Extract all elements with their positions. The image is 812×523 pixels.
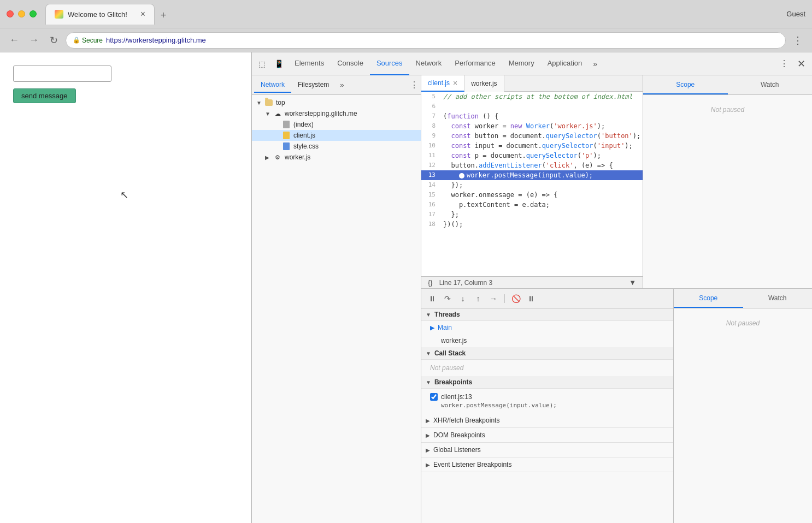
tab-scope[interactable]: Scope: [643, 75, 728, 94]
reload-button[interactable]: ↻: [46, 33, 61, 48]
code-tab-client-close[interactable]: ×: [453, 79, 457, 87]
code-line-7: 7 (function () {: [421, 111, 643, 121]
code-line-14: 14 });: [421, 180, 643, 190]
code-line-15: 15 worker.onmessage = (e) => {: [421, 190, 643, 200]
address-input[interactable]: 🔒 Secure https://workerstepping.glitch.m…: [66, 32, 786, 49]
file-tab-network[interactable]: Network: [254, 78, 291, 93]
forward-button[interactable]: →: [26, 33, 42, 48]
global-listeners-header[interactable]: ▶ Global Listeners: [421, 443, 673, 457]
arrow-worker: ▶: [265, 154, 273, 161]
browser-menu-button[interactable]: ⋮: [790, 33, 805, 48]
code-line-8: 8 const worker = new Worker('worker.js')…: [421, 121, 643, 131]
file-panel-menu-button[interactable]: ⋮: [410, 80, 419, 90]
breakpoint-1-label[interactable]: client.js:13: [430, 393, 664, 401]
devtools-close-button[interactable]: ✕: [793, 58, 810, 70]
thread-main-label: Main: [438, 324, 452, 331]
code-tab-client-label: client.js: [428, 79, 450, 87]
step-into-button[interactable]: ↓: [456, 292, 469, 305]
more-tabs-button[interactable]: »: [589, 57, 602, 70]
async-pause-button[interactable]: ⏸: [525, 292, 538, 305]
code-line-17: 17 };: [421, 210, 643, 219]
step-out-button[interactable]: ↑: [472, 292, 485, 305]
thread-main[interactable]: ▶ Main: [421, 321, 673, 334]
breakpoint-1: client.js:13 worker.postMessage(input.va…: [421, 389, 673, 413]
tree-item-style[interactable]: style.css: [252, 141, 421, 152]
code-statusbar: {} Line 17, Column 3 ▼: [421, 276, 643, 288]
send-message-button[interactable]: send message: [13, 88, 76, 103]
pretty-print-button[interactable]: {}: [426, 278, 435, 287]
device-toolbar-button[interactable]: 📱: [270, 57, 288, 70]
tab-sources[interactable]: Sources: [370, 52, 409, 75]
tab-performance[interactable]: Performance: [448, 52, 502, 75]
main-content: send message ↖ ⬚ 📱 Elements Console Sour…: [0, 52, 812, 523]
tab-memory[interactable]: Memory: [502, 52, 541, 75]
code-line-6: 6: [421, 102, 643, 111]
breakpoints-content: client.js:13 worker.postMessage(input.va…: [421, 389, 673, 413]
code-tab-worker[interactable]: worker.js: [464, 75, 504, 92]
call-stack-section-header[interactable]: ▼ Call Stack: [421, 347, 673, 360]
breakpoint-1-file: client.js:13: [441, 393, 472, 401]
code-line-5: 5 // add other scripts at the bottom of …: [421, 92, 643, 102]
scope-watch-tabs: Scope Watch: [643, 75, 812, 95]
tree-item-client[interactable]: client.js: [252, 130, 421, 141]
call-stack-content: Not paused: [421, 360, 673, 376]
resume-button[interactable]: →: [487, 292, 500, 305]
active-tab[interactable]: Welcome to Glitch! ×: [45, 4, 155, 25]
tree-item-worker[interactable]: ▶ ⚙ worker.js: [252, 152, 421, 163]
step-over-button[interactable]: ↷: [441, 292, 454, 305]
tree-item-domain[interactable]: ▼ ☁ workerstepping.glitch.me: [252, 108, 421, 119]
code-line-9: 9 const button = document.querySelector(…: [421, 131, 643, 141]
cursor-indicator: ↖: [120, 189, 128, 201]
dom-arrow: ▶: [426, 432, 430, 438]
inspector-button[interactable]: ⬚: [254, 57, 270, 70]
debugger-toolbar: ⏸ ↷ ↓ ↑ → 🚫 ⏸: [421, 289, 673, 308]
devtools-menu-button[interactable]: ⋮: [775, 58, 793, 69]
pause-button[interactable]: ⏸: [426, 292, 439, 305]
tree-item-top[interactable]: ▼ top: [252, 97, 421, 108]
right-tab-watch[interactable]: Watch: [743, 289, 813, 308]
tab-elements[interactable]: Elements: [288, 52, 331, 75]
new-tab-button[interactable]: +: [155, 7, 172, 25]
close-tab-button[interactable]: ×: [140, 10, 145, 19]
tab-console[interactable]: Console: [331, 52, 370, 75]
xhr-breakpoints-section: ▶ XHR/fetch Breakpoints: [421, 413, 673, 428]
event-listener-breakpoints-header[interactable]: ▶ Event Listener Breakpoints: [421, 457, 673, 472]
breakpoint-1-checkbox[interactable]: [430, 393, 438, 401]
title-bar: Welcome to Glitch! × + Guest: [0, 0, 812, 28]
address-bar-row: ← → ↻ 🔒 Secure https://workerstepping.gl…: [0, 28, 812, 52]
deactivate-breakpoints-button[interactable]: 🚫: [509, 292, 522, 305]
threads-section-header[interactable]: ▼ Threads: [421, 308, 673, 321]
tab-bar: Welcome to Glitch! × +: [45, 4, 782, 25]
code-editor[interactable]: 5 // add other scripts at the bottom of …: [421, 92, 643, 276]
tree-item-index[interactable]: (index): [252, 119, 421, 130]
format-button[interactable]: ▼: [627, 278, 638, 287]
file-tab-more-button[interactable]: »: [338, 79, 346, 91]
tab-network[interactable]: Network: [409, 52, 449, 75]
global-arrow: ▶: [426, 447, 430, 453]
breakpoints-arrow: ▼: [426, 379, 431, 385]
code-line-16: 16 p.textContent = e.data;: [421, 200, 643, 210]
thread-worker[interactable]: worker.js: [421, 334, 673, 347]
tab-watch[interactable]: Watch: [728, 75, 813, 94]
debugger-panel: ⏸ ↷ ↓ ↑ → 🚫 ⏸ ▼: [421, 288, 812, 523]
back-button[interactable]: ←: [7, 33, 22, 48]
minimize-window-button[interactable]: [18, 10, 25, 17]
dom-breakpoints-section: ▶ DOM Breakpoints: [421, 428, 673, 443]
xhr-breakpoints-header[interactable]: ▶ XHR/fetch Breakpoints: [421, 413, 673, 427]
breakpoints-section-header[interactable]: ▼ Breakpoints: [421, 376, 673, 389]
code-panel: client.js × worker.js: [421, 75, 643, 288]
close-window-button[interactable]: [7, 10, 14, 17]
code-tab-client[interactable]: client.js ×: [421, 75, 464, 92]
devtools-body: Network Filesystem » ⋮ ▼ top: [252, 75, 812, 523]
tree-label-style: style.css: [293, 142, 319, 150]
maximize-window-button[interactable]: [30, 10, 37, 17]
file-tab-filesystem[interactable]: Filesystem: [291, 78, 336, 93]
threads-arrow: ▼: [426, 312, 431, 318]
right-tab-scope[interactable]: Scope: [674, 289, 743, 308]
code-line-10: 10 const input = document.querySelector(…: [421, 141, 643, 151]
dom-breakpoints-header[interactable]: ▶ DOM Breakpoints: [421, 428, 673, 442]
file-panel-tabs: Network Filesystem » ⋮: [252, 75, 421, 95]
message-input[interactable]: [13, 66, 111, 82]
folder-icon-top: [264, 99, 274, 106]
tab-application[interactable]: Application: [541, 52, 589, 75]
